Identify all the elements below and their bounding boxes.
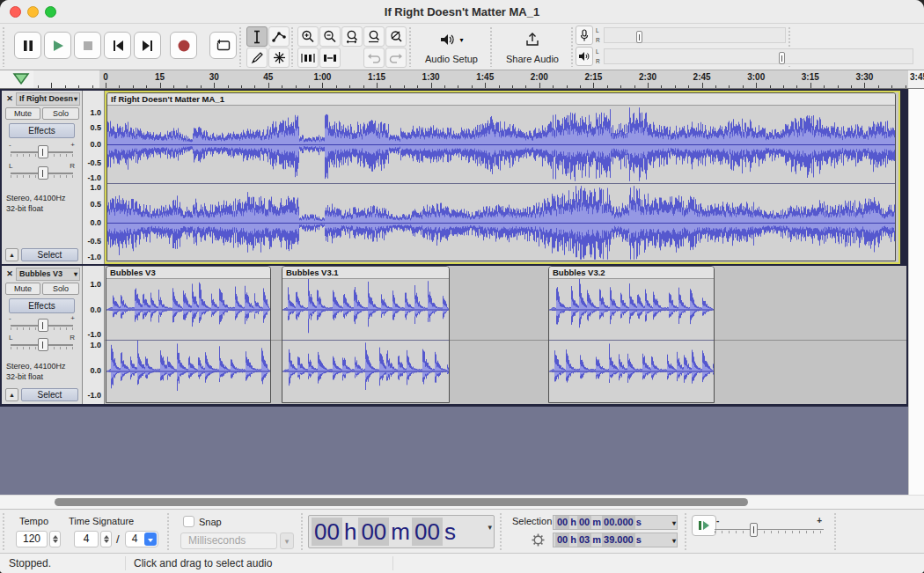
skip-to-start-button[interactable] <box>104 32 131 59</box>
time-signature-upper-input[interactable]: 4 <box>74 531 99 547</box>
vertical-scrollbar[interactable] <box>908 89 924 495</box>
selection-start-field[interactable]: 00h00m00.000s ▾ <box>553 515 678 530</box>
track-1-select-button[interactable]: Select <box>21 248 78 261</box>
track-2-collapse-button[interactable]: ▲ <box>5 388 18 401</box>
track-2-gain-slider[interactable]: - + <box>9 315 75 333</box>
caret-down-icon[interactable]: ▾ <box>488 523 492 532</box>
play-at-speed-button[interactable] <box>692 515 716 536</box>
track-1-waveform-right[interactable] <box>107 184 895 261</box>
track-2-title-menu[interactable]: Bubbles V3▾ <box>16 268 80 281</box>
clip-3-waveform-right[interactable] <box>549 341 714 401</box>
track-2-close-button[interactable]: ✕ <box>4 268 16 281</box>
track-2-clip-2-title[interactable]: Bubbles V3.1 <box>282 267 449 279</box>
toolbar-grip[interactable] <box>167 513 172 550</box>
skip-to-end-button[interactable] <box>134 32 161 59</box>
playback-meter[interactable]: LR <box>576 47 915 67</box>
silence-audio-button[interactable] <box>319 48 341 68</box>
selection-end-field[interactable]: 00h03m39.000s ▾ <box>553 533 678 547</box>
zoom-selection-button[interactable] <box>341 26 363 47</box>
undo-button[interactable] <box>363 48 385 68</box>
draw-tool-button[interactable] <box>246 48 268 68</box>
track-1-clip-title[interactable]: If Right Doesn't Matter MA_1 <box>107 93 895 106</box>
clip-2-waveform-left[interactable] <box>282 279 449 340</box>
horizontal-scrollbar-thumb[interactable] <box>55 498 748 506</box>
pan-slider-thumb[interactable] <box>38 166 48 180</box>
track-2-clip-1[interactable]: Bubbles V3 <box>106 266 271 403</box>
track-2-clip-3[interactable]: Bubbles V3.2 <box>548 266 715 403</box>
tempo-stepper[interactable] <box>49 531 61 547</box>
toolbar-grip[interactable] <box>3 513 7 550</box>
zoom-out-button[interactable] <box>319 26 341 47</box>
recording-meter-bar[interactable] <box>604 27 786 43</box>
track-2-mute-button[interactable]: Mute <box>5 283 40 295</box>
clip-2-waveform-right[interactable] <box>282 341 449 401</box>
pan-slider-thumb[interactable] <box>38 338 48 351</box>
clip-1-waveform-left[interactable] <box>106 279 270 340</box>
clip-1-waveform-right[interactable] <box>106 341 270 401</box>
track-2-content[interactable]: Bubbles V3 Bubbles V3.1 Bubbles V3.2 <box>105 266 906 404</box>
track-2-vertical-scale[interactable]: 1.00.0-1.01.00.0-1.0 <box>83 266 105 404</box>
redo-button[interactable] <box>385 48 407 68</box>
track-1-gain-slider[interactable]: - + <box>9 142 75 159</box>
track-1-collapse-button[interactable]: ▲ <box>5 248 18 261</box>
track-2-select-button[interactable]: Select <box>21 388 78 401</box>
selection-settings-gear-icon[interactable] <box>531 533 546 547</box>
gain-slider-thumb[interactable] <box>38 145 48 158</box>
track-1-effects-button[interactable]: Effects <box>9 123 75 138</box>
tempo-input[interactable]: 120 <box>16 531 48 547</box>
record-button[interactable] <box>170 32 197 59</box>
toolbar-grip[interactable] <box>3 27 7 67</box>
snap-mode-combo[interactable]: Milliseconds <box>180 533 277 549</box>
track-1-title-menu[interactable]: If Right Doesn▾ <box>16 92 80 106</box>
track-1-pan-slider[interactable]: L R <box>9 163 75 180</box>
toolbar-grip[interactable] <box>685 513 689 550</box>
track-2-clip-1-title[interactable]: Bubbles V3 <box>106 267 270 279</box>
audio-position-display[interactable]: 00h00m00s ▾ <box>308 515 495 548</box>
playback-level-slider[interactable] <box>779 52 785 64</box>
toolbar-grip[interactable] <box>409 27 414 67</box>
multi-tool-button[interactable] <box>268 48 290 68</box>
toolbar-grip[interactable] <box>239 27 244 67</box>
track-2-pan-slider[interactable]: L R <box>9 334 75 352</box>
track-1-waveform-left[interactable] <box>107 106 895 183</box>
playback-meter-bar[interactable] <box>604 48 913 64</box>
recording-meter[interactable]: LR <box>576 26 787 46</box>
stop-button[interactable] <box>74 32 101 59</box>
caret-down-icon[interactable]: ▾ <box>672 534 676 547</box>
toolbar-grip[interactable] <box>301 513 305 550</box>
share-audio-button[interactable]: Share Audio <box>495 28 570 67</box>
track-2-clip-2[interactable]: Bubbles V3.1 <box>282 266 450 403</box>
track-2-effects-button[interactable]: Effects <box>9 298 75 313</box>
track-1-close-button[interactable]: ✕ <box>4 92 16 106</box>
trim-audio-button[interactable] <box>297 48 319 68</box>
toolbar-grip[interactable] <box>291 27 296 67</box>
track-1-vertical-scale[interactable]: 1.00.50.0-0.5-1.01.00.50.0-0.5-1.0 <box>83 91 105 264</box>
envelope-tool-button[interactable] <box>268 26 290 47</box>
toolbar-grip[interactable] <box>500 513 504 550</box>
selection-tool-button[interactable] <box>246 26 268 47</box>
clip-3-waveform-left[interactable] <box>549 279 714 340</box>
track-1-mute-button[interactable]: Mute <box>5 107 40 120</box>
zoom-toggle-button[interactable] <box>385 26 407 47</box>
track-1-content[interactable]: If Right Doesn't Matter MA_1 <box>105 91 900 264</box>
zoom-in-button[interactable] <box>297 26 319 47</box>
speed-slider-thumb[interactable] <box>750 523 758 537</box>
recording-level-slider[interactable] <box>636 31 642 43</box>
loop-button[interactable] <box>209 32 237 59</box>
loop-region-button[interactable] <box>9 71 32 87</box>
horizontal-scrollbar[interactable] <box>0 495 924 509</box>
caret-down-icon[interactable]: ▾ <box>672 517 676 530</box>
track-2-solo-button[interactable]: Solo <box>42 283 79 295</box>
time-signature-stepper[interactable] <box>100 531 112 547</box>
gain-slider-thumb[interactable] <box>38 319 48 332</box>
playback-speaker-icon[interactable] <box>576 47 593 66</box>
track-1-solo-button[interactable]: Solo <box>42 107 79 120</box>
snap-mode-chevron[interactable]: ▾ <box>280 533 294 549</box>
fit-project-button[interactable] <box>363 26 385 47</box>
pause-button[interactable] <box>14 32 41 59</box>
track-2-clip-3-title[interactable]: Bubbles V3.2 <box>549 267 714 279</box>
time-signature-lower-dropdown[interactable]: 4 <box>125 531 158 547</box>
timeline-ruler[interactable]: 01530451:001:151:301:452:002:152:302:453… <box>0 70 924 89</box>
toolbar-grip[interactable] <box>834 513 839 550</box>
playback-speed-slider[interactable]: - + <box>715 518 824 541</box>
